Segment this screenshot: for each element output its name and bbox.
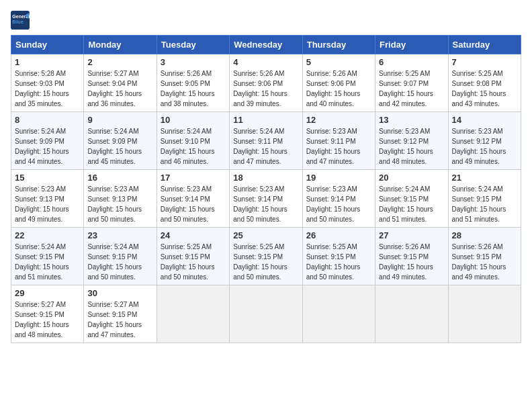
day-number: 4: [233, 57, 298, 67]
week-row-5: 29 Sunrise: 5:27 AMSunset: 9:15 PMDaylig…: [11, 285, 521, 343]
header-thursday: Thursday: [302, 36, 375, 54]
day-number: 23: [87, 230, 152, 240]
day-number: 26: [306, 230, 371, 240]
day-number: 25: [233, 230, 298, 240]
day-number: 7: [452, 57, 517, 67]
day-cell: 26 Sunrise: 5:25 AMSunset: 9:15 PMDaylig…: [302, 228, 375, 285]
day-number: 29: [15, 288, 80, 298]
day-info: Sunrise: 5:23 AMSunset: 9:12 PMDaylight:…: [452, 128, 506, 165]
day-info: Sunrise: 5:25 AMSunset: 9:15 PMDaylight:…: [306, 243, 361, 281]
day-info: Sunrise: 5:26 AMSunset: 9:15 PMDaylight:…: [452, 243, 506, 281]
day-cell: [302, 285, 375, 343]
day-number: 14: [452, 115, 517, 125]
day-cell: 16 Sunrise: 5:23 AMSunset: 9:13 PMDaylig…: [84, 170, 157, 228]
day-cell: 23 Sunrise: 5:24 AMSunset: 9:15 PMDaylig…: [84, 228, 157, 285]
header-sunday: Sunday: [11, 36, 84, 54]
day-cell: 21 Sunrise: 5:24 AMSunset: 9:15 PMDaylig…: [448, 170, 521, 228]
day-cell: 25 Sunrise: 5:25 AMSunset: 9:15 PMDaylig…: [230, 228, 302, 285]
day-info: Sunrise: 5:26 AMSunset: 9:06 PMDaylight:…: [306, 70, 361, 107]
day-info: Sunrise: 5:25 AMSunset: 9:07 PMDaylight:…: [379, 70, 433, 107]
day-number: 5: [306, 57, 371, 67]
day-info: Sunrise: 5:26 AMSunset: 9:05 PMDaylight:…: [161, 70, 215, 107]
day-cell: 6 Sunrise: 5:25 AMSunset: 9:07 PMDayligh…: [375, 54, 448, 112]
header-friday: Friday: [375, 36, 448, 54]
day-cell: 11 Sunrise: 5:24 AMSunset: 9:11 PMDaylig…: [230, 112, 302, 170]
day-info: Sunrise: 5:23 AMSunset: 9:11 PMDaylight:…: [306, 128, 361, 165]
day-info: Sunrise: 5:23 AMSunset: 9:14 PMDaylight:…: [161, 185, 215, 223]
day-info: Sunrise: 5:23 AMSunset: 9:14 PMDaylight:…: [306, 185, 361, 223]
header-monday: Monday: [84, 36, 157, 54]
day-number: 9: [87, 115, 152, 125]
day-cell: 18 Sunrise: 5:23 AMSunset: 9:14 PMDaylig…: [230, 170, 302, 228]
day-cell: 1 Sunrise: 5:28 AMSunset: 9:03 PMDayligh…: [11, 54, 84, 112]
day-cell: 20 Sunrise: 5:24 AMSunset: 9:15 PMDaylig…: [375, 170, 448, 228]
day-cell: 2 Sunrise: 5:27 AMSunset: 9:04 PMDayligh…: [84, 54, 157, 112]
logo-icon: General Blue: [11, 11, 30, 30]
day-number: 15: [15, 173, 80, 183]
day-info: Sunrise: 5:28 AMSunset: 9:03 PMDaylight:…: [15, 70, 69, 107]
day-number: 6: [379, 57, 444, 67]
week-row-2: 8 Sunrise: 5:24 AMSunset: 9:09 PMDayligh…: [11, 112, 521, 170]
day-info: Sunrise: 5:24 AMSunset: 9:09 PMDaylight:…: [87, 128, 142, 165]
day-number: 22: [15, 230, 80, 240]
day-info: Sunrise: 5:23 AMSunset: 9:14 PMDaylight:…: [233, 185, 287, 223]
day-number: 24: [161, 230, 226, 240]
day-number: 11: [233, 115, 298, 125]
day-number: 3: [161, 57, 226, 67]
day-info: Sunrise: 5:24 AMSunset: 9:11 PMDaylight:…: [233, 128, 287, 165]
day-info: Sunrise: 5:24 AMSunset: 9:15 PMDaylight:…: [452, 185, 506, 223]
day-cell: [157, 285, 229, 343]
day-cell: 3 Sunrise: 5:26 AMSunset: 9:05 PMDayligh…: [157, 54, 229, 112]
day-info: Sunrise: 5:24 AMSunset: 9:10 PMDaylight:…: [161, 128, 215, 165]
day-cell: 5 Sunrise: 5:26 AMSunset: 9:06 PMDayligh…: [302, 54, 375, 112]
day-cell: 29 Sunrise: 5:27 AMSunset: 9:15 PMDaylig…: [11, 285, 84, 343]
week-row-1: 1 Sunrise: 5:28 AMSunset: 9:03 PMDayligh…: [11, 54, 521, 112]
day-number: 19: [306, 173, 371, 183]
day-number: 1: [15, 57, 80, 67]
day-cell: 24 Sunrise: 5:25 AMSunset: 9:15 PMDaylig…: [157, 228, 229, 285]
calendar-header-row: SundayMondayTuesdayWednesdayThursdayFrid…: [11, 36, 521, 54]
day-cell: 14 Sunrise: 5:23 AMSunset: 9:12 PMDaylig…: [448, 112, 521, 170]
day-cell: 19 Sunrise: 5:23 AMSunset: 9:14 PMDaylig…: [302, 170, 375, 228]
day-cell: 17 Sunrise: 5:23 AMSunset: 9:14 PMDaylig…: [157, 170, 229, 228]
calendar-table: SundayMondayTuesdayWednesdayThursdayFrid…: [11, 35, 521, 343]
day-info: Sunrise: 5:23 AMSunset: 9:13 PMDaylight:…: [15, 185, 69, 223]
day-number: 16: [87, 173, 152, 183]
day-number: 30: [87, 288, 152, 298]
day-info: Sunrise: 5:27 AMSunset: 9:15 PMDaylight:…: [87, 301, 142, 338]
day-cell: 30 Sunrise: 5:27 AMSunset: 9:15 PMDaylig…: [84, 285, 157, 343]
day-info: Sunrise: 5:23 AMSunset: 9:12 PMDaylight:…: [379, 128, 433, 165]
day-cell: 9 Sunrise: 5:24 AMSunset: 9:09 PMDayligh…: [84, 112, 157, 170]
day-info: Sunrise: 5:25 AMSunset: 9:15 PMDaylight:…: [233, 243, 287, 281]
day-cell: 27 Sunrise: 5:26 AMSunset: 9:15 PMDaylig…: [375, 228, 448, 285]
week-row-3: 15 Sunrise: 5:23 AMSunset: 9:13 PMDaylig…: [11, 170, 521, 228]
day-info: Sunrise: 5:25 AMSunset: 9:15 PMDaylight:…: [161, 243, 215, 281]
day-number: 13: [379, 115, 444, 125]
day-cell: 8 Sunrise: 5:24 AMSunset: 9:09 PMDayligh…: [11, 112, 84, 170]
day-cell: 10 Sunrise: 5:24 AMSunset: 9:10 PMDaylig…: [157, 112, 229, 170]
day-cell: 12 Sunrise: 5:23 AMSunset: 9:11 PMDaylig…: [302, 112, 375, 170]
day-number: 2: [87, 57, 152, 67]
day-info: Sunrise: 5:24 AMSunset: 9:15 PMDaylight:…: [15, 243, 69, 281]
header-tuesday: Tuesday: [157, 36, 229, 54]
day-cell: 22 Sunrise: 5:24 AMSunset: 9:15 PMDaylig…: [11, 228, 84, 285]
day-number: 28: [452, 230, 517, 240]
logo: General Blue: [11, 11, 32, 30]
day-info: Sunrise: 5:25 AMSunset: 9:08 PMDaylight:…: [452, 70, 506, 107]
day-cell: 13 Sunrise: 5:23 AMSunset: 9:12 PMDaylig…: [375, 112, 448, 170]
day-info: Sunrise: 5:26 AMSunset: 9:06 PMDaylight:…: [233, 70, 287, 107]
day-info: Sunrise: 5:24 AMSunset: 9:09 PMDaylight:…: [15, 128, 69, 165]
day-cell: [375, 285, 448, 343]
day-cell: [448, 285, 521, 343]
day-info: Sunrise: 5:24 AMSunset: 9:15 PMDaylight:…: [87, 243, 142, 281]
day-info: Sunrise: 5:23 AMSunset: 9:13 PMDaylight:…: [87, 185, 142, 223]
day-number: 17: [161, 173, 226, 183]
day-number: 27: [379, 230, 444, 240]
day-info: Sunrise: 5:27 AMSunset: 9:15 PMDaylight:…: [15, 301, 69, 338]
day-number: 20: [379, 173, 444, 183]
day-cell: 28 Sunrise: 5:26 AMSunset: 9:15 PMDaylig…: [448, 228, 521, 285]
day-info: Sunrise: 5:26 AMSunset: 9:15 PMDaylight:…: [379, 243, 433, 281]
day-number: 8: [15, 115, 80, 125]
day-cell: 7 Sunrise: 5:25 AMSunset: 9:08 PMDayligh…: [448, 54, 521, 112]
header-saturday: Saturday: [448, 36, 521, 54]
